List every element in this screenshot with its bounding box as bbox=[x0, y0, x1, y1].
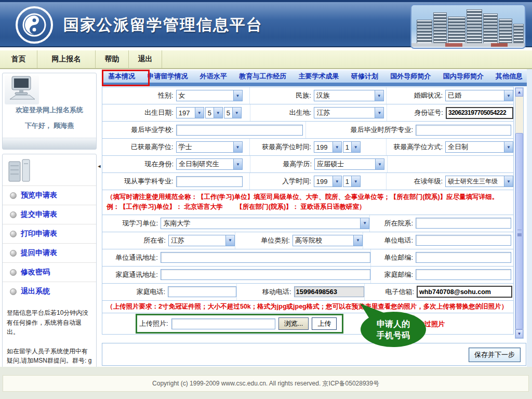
thumb-grip-icon bbox=[517, 230, 522, 233]
nav-item-exit[interactable]: 退出 bbox=[129, 50, 162, 68]
tab-domestic-advisor[interactable]: 国内导师简介 bbox=[441, 70, 486, 83]
department-label: 所在院系: bbox=[369, 215, 416, 232]
last-school-input[interactable] bbox=[176, 125, 303, 136]
home-address-input[interactable] bbox=[161, 269, 370, 280]
chevron-down-icon: ▼ bbox=[360, 218, 369, 229]
marital-status-select[interactable]: 已婚▼ bbox=[445, 90, 513, 101]
unit-address-input[interactable] bbox=[161, 252, 370, 263]
unit-type-select[interactable]: 高等院校▼ bbox=[292, 235, 363, 246]
tab-other-info[interactable]: 其他信息 bbox=[494, 70, 525, 83]
vertical-scrollbar[interactable]: ▲ ▼ bbox=[515, 87, 524, 339]
tab-education-work[interactable]: 教育与工作经历 bbox=[237, 70, 288, 83]
photo-file-input[interactable] bbox=[171, 318, 275, 329]
tab-research-plan[interactable]: 研修计划 bbox=[349, 70, 380, 83]
tab-study-abroad-application[interactable]: 申请留学情况 bbox=[145, 70, 190, 83]
sphere-bullet-icon bbox=[10, 192, 17, 199]
birth-year-select[interactable]: 197▼ bbox=[176, 107, 204, 118]
save-next-button[interactable]: 保存并下一步 bbox=[469, 348, 521, 362]
degree-year-select[interactable]: 199▼ bbox=[314, 141, 342, 153]
current-identity-select[interactable]: 全日制研究生▼ bbox=[176, 158, 243, 170]
current-unit-select[interactable]: 东南大学▼ bbox=[161, 218, 369, 229]
last-major-input[interactable] bbox=[416, 125, 511, 136]
last-major-label: 最后毕业时所学专业: bbox=[305, 122, 416, 138]
department-input[interactable] bbox=[416, 218, 511, 229]
chevron-down-icon: ▼ bbox=[504, 90, 513, 101]
right-edge-strip bbox=[527, 69, 532, 367]
home-phone-input[interactable] bbox=[168, 286, 236, 297]
chevron-down-icon: ▼ bbox=[232, 108, 241, 118]
chevron-down-icon: ▼ bbox=[195, 108, 204, 118]
home-postcode-input[interactable] bbox=[416, 269, 511, 280]
sidebar-item-withdraw-application[interactable]: 提回申请表 bbox=[3, 243, 96, 262]
form-row-home-address: 家庭通讯地址: 家庭邮编: bbox=[102, 266, 514, 284]
degree-month-select[interactable]: 1▼ bbox=[343, 141, 361, 153]
form-row-unit-address: 单位通讯地址: 单位邮编: bbox=[102, 249, 514, 267]
form-row-birth-id: 出生日期: 197▼ 5▼ 5▼ 出生地: 江苏▼ 身份证号: bbox=[102, 104, 514, 122]
highest-education-select[interactable]: 应届硕士▼ bbox=[314, 158, 384, 170]
province-select[interactable]: 江苏▼ bbox=[168, 235, 235, 246]
sidebar-item-change-password[interactable]: 修改密码 bbox=[3, 262, 96, 282]
current-major-input[interactable] bbox=[176, 176, 243, 187]
unit-phone-input[interactable] bbox=[416, 235, 511, 246]
tab-foreign-language[interactable]: 外语水平 bbox=[198, 70, 229, 83]
chevron-down-icon: ▼ bbox=[233, 159, 242, 169]
unit-postcode-input[interactable] bbox=[416, 252, 511, 263]
email-input[interactable] bbox=[417, 286, 512, 298]
scrollbar-thumb[interactable] bbox=[515, 133, 523, 329]
birth-date-label: 出生日期: bbox=[102, 108, 176, 117]
form-table: 性别: 女▼ 民族: 汉族▼ 婚姻状况: 已婚▼ 出生日期: bbox=[102, 87, 514, 335]
mobile-phone-input[interactable] bbox=[294, 286, 364, 297]
sidebar: 欢迎登录网上报名系统 下午好， 顾海燕 预览申请表 提交申请表 打印申请表 bbox=[2, 73, 97, 387]
sidebar-item-submit-application[interactable]: 提交申请表 bbox=[3, 205, 96, 224]
scroll-down-icon[interactable]: ▼ bbox=[515, 329, 523, 338]
form-row-highest-degree: 已获最高学位: 学士▼ 获最高学位时间: 199▼ 1▼ 获最高学位方式: 全日… bbox=[102, 138, 514, 156]
welcome-text: 欢迎登录网上报名系统 bbox=[3, 105, 96, 115]
grade-label: 在读年级: bbox=[386, 173, 445, 190]
computer-icon bbox=[5, 75, 39, 104]
svg-text:申请人的: 申请人的 bbox=[377, 320, 410, 328]
birth-month-select[interactable]: 5▼ bbox=[205, 107, 223, 118]
home-address-label: 家庭通讯地址: bbox=[102, 270, 161, 280]
sidebar-item-print-application[interactable]: 打印申请表 bbox=[3, 224, 96, 243]
grade-select[interactable]: 硕士研究生三年级▼ bbox=[445, 176, 513, 187]
ethnicity-label: 民族: bbox=[249, 87, 314, 104]
copyright-text: Copyright (c) 1999-2009 www.csc.edu.cn. … bbox=[152, 379, 379, 388]
tab-academic-achievements[interactable]: 主要学术成果 bbox=[297, 70, 341, 83]
birth-place-select[interactable]: 江苏▼ bbox=[314, 107, 384, 118]
nav-item-help[interactable]: 帮助 bbox=[96, 50, 129, 68]
chevron-down-icon: ▼ bbox=[351, 142, 360, 152]
nav-item-home[interactable]: 首页 bbox=[0, 50, 37, 68]
scrollbar-track[interactable] bbox=[515, 97, 523, 133]
chevron-down-icon: ▼ bbox=[233, 90, 242, 101]
id-number-label: 身份证号: bbox=[387, 104, 446, 121]
nav-item-online-apply[interactable]: 网上报名 bbox=[37, 50, 96, 68]
page-title: 国家公派留学管理信息平台 bbox=[63, 15, 263, 36]
sidebar-item-logout[interactable]: 退出系统 bbox=[3, 282, 96, 301]
scroll-up-icon[interactable]: ▲ bbox=[515, 88, 523, 97]
ethnicity-select[interactable]: 汉族▼ bbox=[314, 90, 384, 101]
enrollment-month-select[interactable]: 1▼ bbox=[343, 176, 361, 187]
panel-footer-gradient bbox=[3, 138, 96, 149]
chevron-down-icon: ▼ bbox=[233, 142, 242, 152]
unit-phone-label: 单位电话: bbox=[363, 232, 416, 249]
sidebar-item-preview-application[interactable]: 预览申请表 bbox=[3, 185, 96, 205]
enrollment-year-select[interactable]: 199▼ bbox=[314, 176, 342, 187]
tab-foreign-advisor[interactable]: 国外导师简介 bbox=[388, 70, 433, 83]
sphere-bullet-icon bbox=[10, 231, 17, 237]
birth-day-select[interactable]: 5▼ bbox=[224, 107, 242, 118]
app-header: 国家公派留学管理信息平台 bbox=[0, 0, 532, 47]
gender-select[interactable]: 女▼ bbox=[176, 90, 243, 101]
highest-degree-select[interactable]: 学士▼ bbox=[176, 141, 243, 153]
collapse-arrow-icon[interactable]: ◄ bbox=[97, 156, 102, 177]
degree-mode-select[interactable]: 全日制▼ bbox=[445, 141, 513, 153]
current-unit-label: 现学习单位: bbox=[102, 219, 161, 228]
footer: Copyright (c) 1999-2009 www.csc.edu.cn. … bbox=[3, 375, 529, 392]
cabinet-icon bbox=[6, 157, 37, 184]
unit-naming-note: （填写时请注意使用规范全称：【工作(学习)单位】填至司局级单位、大学、院所、企事… bbox=[102, 190, 514, 215]
browse-button[interactable]: 浏览... bbox=[278, 317, 309, 330]
degree-time-label: 获最高学位时间: bbox=[249, 139, 314, 155]
upload-button[interactable]: 上传 bbox=[312, 317, 337, 330]
id-number-input[interactable] bbox=[446, 107, 513, 119]
form-row-province-unit-type: 所在省: 江苏▼ 单位类别: 高等院校▼ 单位电话: bbox=[102, 232, 514, 249]
chevron-down-icon: ▼ bbox=[375, 108, 383, 118]
